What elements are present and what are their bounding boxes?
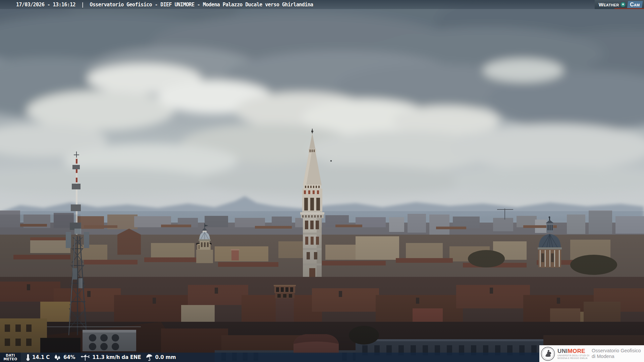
weathervane-icon [80,354,90,361]
meteo-line: METEO [4,357,17,361]
weathercam-cam-word: Cam [630,1,640,8]
camera-lens-icon [621,2,626,7]
separator: | [81,2,84,8]
umbrella-icon [146,354,153,361]
dati-line: DATI [6,354,15,357]
weathercam-logo[interactable]: Weather Cam [595,0,644,9]
city-panorama [0,0,644,362]
humidity-drops-icon [54,354,61,361]
observatory-name: Osservatorio Geofisico di Modena [592,348,641,359]
humidity-reading: 64% [54,354,75,361]
dati-meteo-label: DATI METEO [0,353,21,362]
wind-reading: 11.3 km/h da ENE [80,354,141,361]
weathercam-word: Weather [599,0,619,9]
unimore-wordmark-block: UNIMORE UNIVERSITÀ DEGLI STUDI DI MODENA… [557,348,589,359]
university-subtitle-2: MODENA E REGGIO EMILIA [557,357,589,360]
bird [330,160,332,162]
thermometer-icon [26,354,30,361]
unimore-seal-icon [541,347,555,361]
unimore-wordmark: UNIMORE [557,348,589,354]
uni-part: UNI [557,348,568,354]
logo-underline [614,8,644,9]
university-subtitle-1: UNIVERSITÀ DEGLI STUDI DI [557,354,589,357]
observatory-line-2: di Modena [592,354,641,359]
more-part: MORE [568,348,585,354]
temperature-reading: 14.1 C [26,354,50,361]
clouds [0,0,644,198]
top-info-bar: 17/03/2026 - 13:16:12 | Osservatorio Geo… [0,0,644,9]
page-title: Osservatorio Geofisico - DIEF UNIMORE - … [90,2,313,8]
wind-value: 11.3 km/h da ENE [92,354,141,360]
webcam-photo [0,0,644,362]
unimore-branding[interactable]: UNIMORE UNIVERSITÀ DEGLI STUDI DI MODENA… [539,345,644,362]
temperature-value: 14.1 C [32,354,50,360]
rain-reading: 0.0 mm [146,354,176,361]
rain-value: 0.0 mm [155,354,176,360]
webcam-page: 17/03/2026 - 13:16:12 | Osservatorio Geo… [0,0,644,362]
observatory-line-1: Osservatorio Geofisico [592,348,641,354]
datetime-label: 17/03/2026 - 13:16:12 [16,2,75,8]
weathercam-cam-badge: Cam [627,1,643,8]
humidity-value: 64% [63,354,75,360]
